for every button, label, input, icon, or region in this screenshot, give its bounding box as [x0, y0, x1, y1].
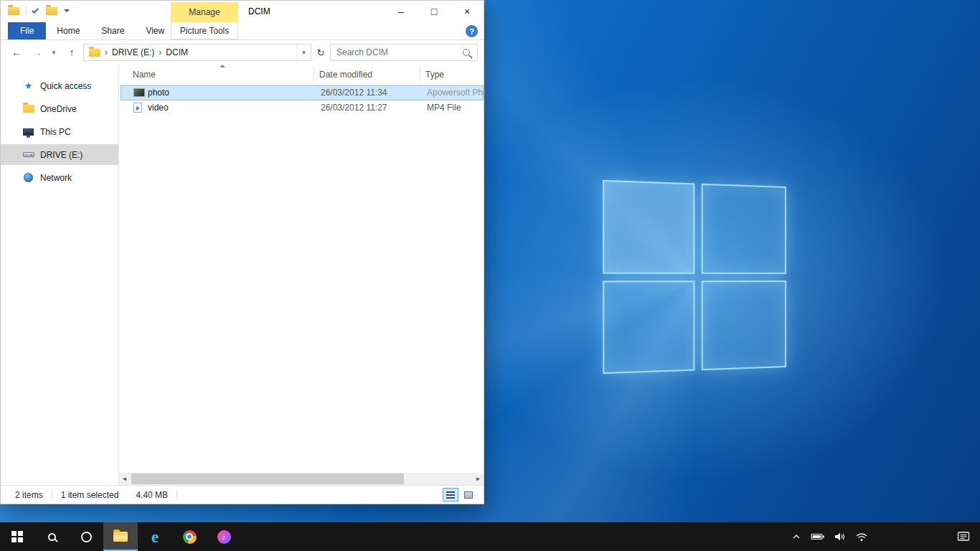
- search-icon[interactable]: [463, 49, 470, 56]
- file-date-modified: 26/03/2012 11:27: [321, 103, 387, 113]
- action-center-button[interactable]: [957, 522, 970, 551]
- help-button[interactable]: ?: [466, 25, 478, 37]
- wifi-icon[interactable]: [855, 532, 868, 542]
- search-input[interactable]: [331, 47, 463, 57]
- new-folder-icon[interactable]: [46, 7, 57, 15]
- scroll-right-icon[interactable]: ►: [473, 476, 484, 482]
- column-divider[interactable]: [314, 67, 314, 81]
- file-row-photo[interactable]: photo 26/03/2012 11:34 Apowersoft Pho: [121, 85, 484, 100]
- ribbon-contextual-group[interactable]: Manage: [171, 2, 238, 22]
- close-button[interactable]: ×: [451, 1, 484, 22]
- address-dropdown-icon[interactable]: ▾: [296, 44, 311, 60]
- tab-home[interactable]: Home: [46, 22, 90, 39]
- internet-explorer-icon: e: [151, 529, 159, 545]
- battery-icon[interactable]: [811, 532, 825, 542]
- sidebar-item-drive-e[interactable]: DRIVE (E:): [1, 144, 118, 165]
- taskbar-search-button[interactable]: [34, 522, 69, 551]
- ribbon-tab-bar: File Home Share View Picture Tools ?: [1, 22, 484, 40]
- video-file-icon: [133, 103, 142, 113]
- onedrive-folder-icon: [22, 105, 34, 113]
- breadcrumb-drive[interactable]: DRIVE (E:): [112, 47, 154, 57]
- windows-start-icon: [11, 531, 23, 542]
- file-name: video: [148, 103, 169, 113]
- taskbar-internet-explorer-button[interactable]: e: [138, 522, 172, 551]
- tab-share[interactable]: Share: [90, 22, 135, 39]
- network-globe-icon: [22, 173, 34, 182]
- taskbar-itunes-button[interactable]: ♪: [207, 522, 241, 551]
- address-bar[interactable]: › DRIVE (E:) › DCIM ▾: [83, 44, 311, 61]
- volume-icon[interactable]: [834, 532, 846, 542]
- status-bar: 2 items 1 item selected 4.40 MB: [1, 485, 484, 504]
- taskbar-chrome-button[interactable]: [172, 522, 207, 551]
- breadcrumb-chevron-icon: ›: [100, 47, 112, 57]
- drive-icon: [22, 152, 34, 157]
- view-toggle-buttons: [443, 488, 476, 501]
- file-explorer-icon: [113, 532, 128, 542]
- scrollbar-thumb[interactable]: [131, 474, 404, 484]
- sidebar-item-label: DRIVE (E:): [40, 150, 83, 160]
- large-icons-view-button[interactable]: [461, 488, 476, 501]
- window-title: DCIM: [248, 6, 270, 17]
- cortana-circle-icon: [81, 532, 92, 542]
- forward-button[interactable]: →: [28, 40, 47, 64]
- explorer-app-icon: [8, 7, 19, 15]
- windows-logo-pane: [603, 281, 694, 375]
- cortana-button[interactable]: [69, 522, 103, 551]
- address-folder-icon: [89, 49, 100, 57]
- action-center-icon: [957, 531, 970, 542]
- search-icon: [48, 533, 56, 541]
- customize-toolbar-chevron-icon[interactable]: [64, 9, 70, 12]
- title-bar[interactable]: Manage DCIM – □ ×: [1, 1, 484, 22]
- maximize-button[interactable]: □: [418, 1, 451, 22]
- column-header-type[interactable]: Type: [425, 70, 444, 80]
- horizontal-scrollbar[interactable]: ◄ ►: [119, 473, 484, 485]
- navigation-bar: ← → ▾ ↑ › DRIVE (E:) › DCIM ▾ ↻: [1, 40, 484, 64]
- file-list-pane[interactable]: Name Date modified Type photo 26/03/2012…: [119, 64, 484, 485]
- toolbar-separator: [26, 6, 27, 16]
- window-controls: – □ ×: [385, 1, 484, 22]
- column-header-name[interactable]: Name: [133, 70, 156, 80]
- column-headers: Name Date modified Type: [119, 64, 484, 84]
- large-icons-view-icon: [464, 491, 473, 499]
- back-button[interactable]: ←: [6, 40, 27, 64]
- file-name: photo: [148, 88, 169, 98]
- details-view-icon: [446, 491, 455, 499]
- tab-picture-tools[interactable]: Picture Tools: [171, 22, 238, 39]
- windows-logo-pane: [701, 184, 786, 274]
- sidebar-item-onedrive[interactable]: OneDrive: [1, 98, 118, 119]
- column-header-date-modified[interactable]: Date modified: [319, 70, 372, 80]
- details-view-button[interactable]: [443, 488, 458, 501]
- taskbar: e ♪: [0, 522, 980, 551]
- sidebar-item-quick-access[interactable]: ★ Quick access: [1, 75, 118, 96]
- file-explorer-window: Manage DCIM – □ × File Home Share View P…: [0, 0, 484, 504]
- windows-logo-pane: [603, 180, 694, 274]
- sidebar-item-network[interactable]: Network: [1, 167, 118, 188]
- file-date-modified: 26/03/2012 11:34: [321, 88, 387, 98]
- navigation-pane: ★ Quick access OneDrive This PC DRIVE (E…: [1, 64, 119, 485]
- search-box: [330, 44, 478, 61]
- refresh-button[interactable]: ↻: [314, 44, 328, 61]
- tab-view[interactable]: View: [135, 22, 175, 39]
- properties-check-icon[interactable]: [32, 6, 39, 14]
- system-tray: [791, 522, 868, 551]
- up-button[interactable]: ↑: [62, 40, 81, 64]
- breadcrumb-dcim[interactable]: DCIM: [166, 47, 188, 57]
- start-button[interactable]: [0, 522, 34, 551]
- recent-locations-dropdown[interactable]: ▾: [48, 40, 60, 64]
- sidebar-item-label: Network: [40, 173, 72, 183]
- taskbar-file-explorer-button[interactable]: [103, 522, 138, 551]
- show-hidden-icons-chevron-icon[interactable]: [791, 532, 801, 541]
- sort-ascending-icon: [220, 65, 225, 67]
- tab-file[interactable]: File: [8, 22, 46, 39]
- column-divider[interactable]: [420, 67, 420, 81]
- status-separator: [176, 489, 177, 500]
- scroll-left-icon[interactable]: ◄: [119, 476, 130, 482]
- star-icon: ★: [22, 81, 34, 90]
- minimize-button[interactable]: –: [385, 1, 418, 22]
- file-row-video[interactable]: video 26/03/2012 11:27 MP4 File: [121, 100, 484, 116]
- windows-logo: [603, 180, 786, 374]
- breadcrumb-chevron-icon: ›: [154, 47, 166, 57]
- scrollbar-track[interactable]: [130, 473, 473, 485]
- sidebar-item-this-pc[interactable]: This PC: [1, 121, 118, 142]
- items-count: 2 items: [15, 490, 43, 500]
